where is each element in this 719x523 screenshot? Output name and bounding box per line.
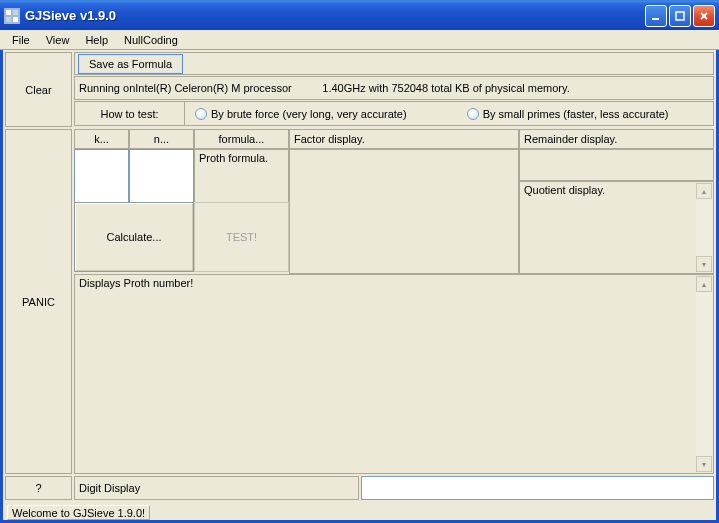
scroll-up-icon[interactable]: ▴ — [696, 276, 712, 292]
radio-icon — [467, 108, 479, 120]
radio-brute-force[interactable]: By brute force (very long, very accurate… — [195, 108, 407, 120]
save-formula-button[interactable]: Save as Formula — [78, 54, 183, 74]
app-icon — [4, 8, 20, 24]
help-button[interactable]: ? — [5, 476, 72, 500]
k-input[interactable] — [74, 149, 129, 203]
header-factor: Factor display. — [289, 129, 519, 149]
menu-nullcoding[interactable]: NullCoding — [116, 32, 186, 48]
header-formula: formula... — [194, 129, 289, 149]
scroll-down-icon[interactable]: ▾ — [696, 256, 712, 272]
remainder-display — [519, 149, 714, 181]
svg-rect-4 — [13, 17, 18, 22]
radio-icon — [195, 108, 207, 120]
calculate-button[interactable]: Calculate... — [74, 202, 194, 272]
menu-file[interactable]: File — [4, 32, 38, 48]
close-button[interactable] — [693, 5, 715, 27]
formula-display: Proth formula. — [195, 150, 288, 166]
scrollbar[interactable]: ▴ ▾ — [696, 183, 712, 272]
system-info: Running onIntel(R) Celeron(R) M processo… — [74, 76, 714, 100]
clear-button[interactable]: Clear — [5, 52, 72, 127]
menu-help[interactable]: Help — [77, 32, 116, 48]
status-bar: Welcome to GJSieve 1.9.0! — [0, 505, 719, 523]
panic-button[interactable]: PANIC — [5, 129, 72, 474]
status-text: Welcome to GJSieve 1.9.0! — [7, 505, 150, 520]
n-input[interactable] — [129, 149, 194, 203]
howto-label: How to test: — [75, 102, 185, 125]
header-k: k... — [74, 129, 129, 149]
header-remainder: Remainder display. — [519, 129, 714, 149]
test-button: TEST! — [194, 202, 289, 272]
proth-number-display: Displays Proth number! ▴ ▾ — [74, 274, 714, 474]
scroll-down-icon[interactable]: ▾ — [696, 456, 712, 472]
scrollbar[interactable]: ▴ ▾ — [696, 276, 712, 472]
svg-rect-2 — [13, 10, 18, 15]
digit-display-label: Digit Display — [74, 476, 359, 500]
header-n: n... — [129, 129, 194, 149]
title-bar: GJSieve v1.9.0 — [0, 0, 719, 30]
scroll-up-icon[interactable]: ▴ — [696, 183, 712, 199]
maximize-button[interactable] — [669, 5, 691, 27]
svg-rect-3 — [6, 17, 11, 22]
radio-small-primes[interactable]: By small primes (faster, less accurate) — [467, 108, 669, 120]
svg-rect-6 — [676, 12, 684, 20]
quotient-display: Quotient display. ▴ ▾ — [519, 181, 714, 274]
window-title: GJSieve v1.9.0 — [25, 8, 645, 23]
minimize-button[interactable] — [645, 5, 667, 27]
svg-rect-5 — [652, 18, 659, 20]
digit-display-field[interactable] — [361, 476, 714, 500]
svg-rect-1 — [6, 10, 11, 15]
factor-display — [289, 149, 519, 274]
menu-view[interactable]: View — [38, 32, 78, 48]
menu-bar: File View Help NullCoding — [0, 30, 719, 50]
